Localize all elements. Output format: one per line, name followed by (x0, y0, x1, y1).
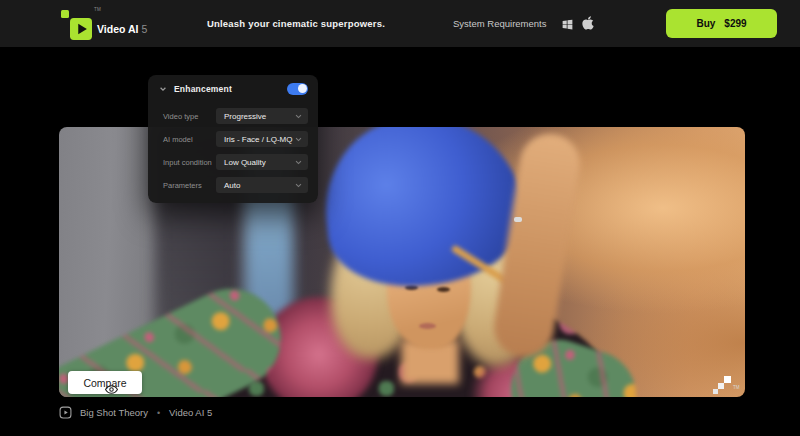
video-caption: Big Shot Theory • Video AI 5 (59, 405, 212, 420)
caption-source: Big Shot Theory (80, 407, 148, 418)
caption-product: Video AI 5 (169, 407, 212, 418)
parameters-dropdown[interactable]: Auto (216, 177, 308, 193)
toggle-knob (298, 84, 307, 93)
dropdown-value: Auto (224, 181, 295, 190)
top-bar: TM Video AI5 Unleash your cinematic supe… (0, 0, 800, 47)
subject-mouth (419, 323, 436, 329)
field-label: Video type (163, 112, 216, 121)
windows-icon[interactable] (561, 17, 574, 30)
watermark-square (718, 383, 724, 389)
subject-eye (437, 287, 450, 292)
brand-logo[interactable]: TM Video AI5 (58, 6, 168, 42)
chevron-down-icon (295, 183, 302, 188)
chevron-down-icon (295, 137, 302, 142)
system-requirements-link[interactable]: System Requirements (453, 0, 546, 47)
product-version: 5 (141, 23, 147, 35)
product-title: Video AI (97, 23, 138, 35)
logo-trademark: TM (94, 7, 101, 12)
watermark-square (713, 389, 718, 394)
watermark-trademark: TM (733, 385, 740, 390)
caption-separator: • (157, 408, 160, 418)
input-condition-dropdown[interactable]: Low Quality (216, 154, 308, 170)
buy-price: $299 (724, 18, 746, 29)
watermark-square (724, 376, 731, 383)
topaz-pixel-watermark: TM (712, 374, 744, 397)
ai-model-dropdown[interactable]: Iris - Face / LQ-MQ (216, 131, 308, 147)
video-type-dropdown[interactable]: Progressive (216, 108, 308, 124)
buy-button[interactable]: Buy$299 (666, 9, 777, 38)
dropdown-value: Iris - Face / LQ-MQ (224, 135, 295, 144)
chevron-down-icon[interactable] (159, 85, 167, 93)
field-row-parameters: Parameters Auto (163, 177, 308, 193)
subject-ring (514, 217, 522, 222)
enhancement-toggle[interactable] (287, 83, 308, 95)
dropdown-value: Progressive (224, 112, 295, 121)
logo-pixel-square (61, 10, 69, 18)
field-label: AI model (163, 135, 216, 144)
play-outline-icon (59, 406, 72, 419)
chevron-down-icon (295, 114, 302, 119)
enhancement-panel-header: Enhancement (148, 75, 318, 102)
field-row-ai-model: AI model Iris - Face / LQ-MQ (163, 131, 308, 147)
enhancement-panel: Enhancement Video type Progressive AI mo… (148, 75, 318, 203)
tagline: Unleash your cinematic superpowers. (207, 0, 385, 47)
field-label: Parameters (163, 181, 216, 190)
page: TM Video AI5 Unleash your cinematic supe… (0, 0, 800, 436)
enhancement-panel-title: Enhancement (174, 84, 232, 94)
chevron-down-icon (295, 160, 302, 165)
buy-label: Buy (696, 18, 715, 29)
play-logo-icon (70, 18, 92, 40)
product-name: Video AI5 (97, 23, 147, 35)
field-row-video-type: Video type Progressive (163, 108, 308, 124)
dropdown-value: Low Quality (224, 158, 295, 167)
field-label: Input condition (163, 158, 216, 167)
compare-button[interactable]: Compare (68, 371, 142, 394)
apple-icon[interactable] (581, 15, 595, 31)
enhancement-fields: Video type Progressive AI model Iris - F… (163, 108, 308, 200)
field-row-input-condition: Input condition Low Quality (163, 154, 308, 170)
